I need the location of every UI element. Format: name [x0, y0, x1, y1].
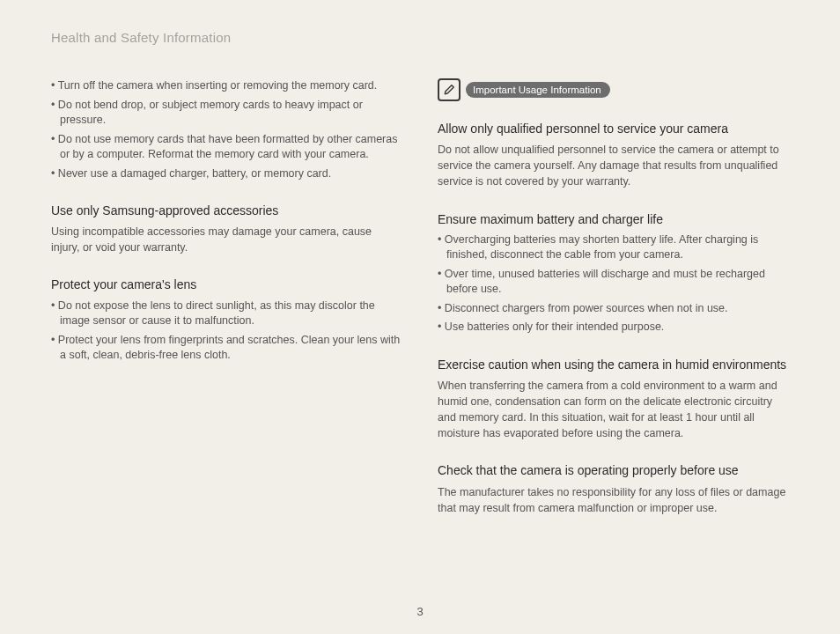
section-title-battery: Ensure maximum battery and charger life	[438, 211, 789, 227]
section-title-humid: Exercise caution when using the camera i…	[438, 357, 789, 372]
list-item: Over time, unused batteries will dischar…	[438, 267, 789, 298]
lens-list: Do not expose the lens to direct sunligh…	[51, 299, 402, 364]
memory-card-list: Turn off the camera when inserting or re…	[51, 78, 402, 181]
section-body-operating: The manufacturer takes no responsibility…	[438, 484, 789, 516]
important-usage-badge: Important Usage Information	[438, 78, 789, 101]
section-title-lens: Protect your camera's lens	[51, 276, 402, 292]
list-item: Turn off the camera when inserting or re…	[51, 78, 402, 94]
page: Health and Safety Information Turn off t…	[0, 0, 840, 634]
left-column: Turn off the camera when inserting or re…	[51, 78, 402, 537]
page-header: Health and Safety Information	[51, 30, 789, 45]
battery-list: Overcharging batteries may shorten batte…	[438, 232, 789, 335]
section-body-service: Do not allow unqualified personnel to se…	[438, 142, 789, 189]
list-item: Do not expose the lens to direct sunligh…	[51, 299, 402, 329]
pencil-note-icon	[438, 78, 461, 101]
section-body-humid: When transferring the camera from a cold…	[438, 378, 789, 442]
list-item: Use batteries only for their intended pu…	[438, 320, 789, 335]
list-item: Do not bend drop, or subject memory card…	[51, 98, 402, 129]
list-item: Do not use memory cards that have been f…	[51, 132, 402, 163]
list-item: Never use a damaged charger, battery, or…	[51, 166, 402, 182]
section-body-accessories: Using incompatible accessories may damag…	[51, 224, 402, 255]
list-item: Protect your lens from fingerprints and …	[51, 333, 402, 364]
list-item: Disconnect chargers from power sources w…	[438, 301, 789, 317]
section-title-accessories: Use only Samsung-approved accessories	[51, 203, 402, 218]
section-title-service: Allow only qualified personnel to servic…	[438, 121, 789, 136]
page-number: 3	[0, 605, 840, 618]
right-column: Important Usage Information Allow only q…	[438, 78, 789, 537]
content-columns: Turn off the camera when inserting or re…	[51, 78, 789, 537]
badge-label: Important Usage Information	[466, 82, 610, 98]
section-title-operating: Check that the camera is operating prope…	[438, 462, 789, 478]
list-item: Overcharging batteries may shorten batte…	[438, 232, 789, 263]
